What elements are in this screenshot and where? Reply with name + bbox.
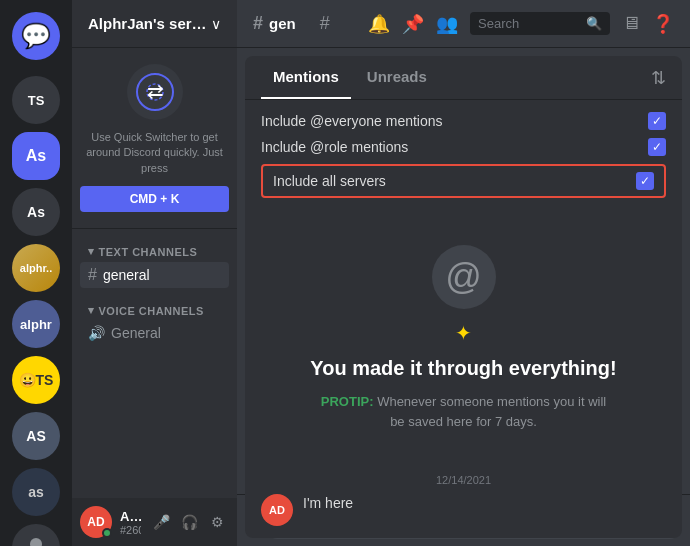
avatar: AD	[80, 506, 112, 538]
option-everyone: Include @everyone mentions ✓	[261, 112, 666, 130]
voice-channels-section: ▾ VOICE CHANNELS 🔊 General	[72, 288, 237, 345]
search-icon: 🔍	[586, 16, 602, 31]
search-placeholder: Search	[478, 16, 519, 31]
server-header[interactable]: AlphrJan's server ∨	[72, 0, 237, 48]
quick-switcher-button[interactable]: CMD + K	[80, 186, 229, 212]
channel-item-general[interactable]: # general	[80, 262, 229, 288]
server-icon-ts2[interactable]: 😀TS	[12, 356, 60, 404]
server-icon-as4[interactable]: as	[12, 468, 60, 516]
search-bar[interactable]: Search 🔍	[470, 12, 610, 35]
message-date: 12/14/2021	[261, 474, 666, 486]
username: AlphrDelle	[120, 509, 141, 524]
checkbox-role[interactable]: ✓	[648, 138, 666, 156]
server-icon-alphr1[interactable]: alphr..	[12, 244, 60, 292]
server-icon-alphr2[interactable]: alphr	[12, 300, 60, 348]
mic-icon[interactable]: 🎤	[149, 510, 173, 534]
topbar-channel: # gen	[253, 13, 296, 34]
svg-point-0	[30, 538, 42, 546]
message-text: I'm here	[303, 495, 353, 511]
pin-icon[interactable]: 📌	[402, 13, 424, 35]
message-content: I'm here	[303, 494, 666, 512]
at-icon-circle: @	[432, 245, 496, 309]
voice-channels-category[interactable]: ▾ VOICE CHANNELS	[80, 296, 229, 321]
option-all-servers: Include all servers ✓	[261, 164, 666, 198]
quick-switcher-text: Use Quick Switcher to get around Discord…	[80, 130, 229, 176]
user-panel: AD AlphrDelle #2604 🎤 🎧 ⚙	[72, 498, 237, 546]
mention-content: @ ✦ You made it through everything! PROT…	[245, 210, 682, 466]
server-icon-user[interactable]	[12, 524, 60, 546]
sort-icon[interactable]: ⇅	[651, 67, 666, 89]
server-icon-ts1[interactable]: TS	[12, 76, 60, 124]
server-icon-discord[interactable]: 💬	[12, 12, 60, 60]
help-icon[interactable]: ❓	[652, 13, 674, 35]
channel-item-voice-general[interactable]: 🔊 General	[80, 321, 229, 345]
user-tag: #2604	[120, 524, 141, 536]
protip-label: PROTIP:	[321, 394, 374, 409]
user-controls: 🎤 🎧 ⚙	[149, 510, 229, 534]
channel-sidebar: AlphrJan's server ∨ ⇄ Use Quick Switcher…	[72, 0, 237, 546]
option-role: Include @role mentions ✓	[261, 138, 666, 156]
mention-tabs: Mentions Unreads ⇅	[245, 56, 682, 100]
bell-icon[interactable]: 🔔	[368, 13, 390, 35]
server-icon-as1[interactable]: As	[12, 132, 60, 180]
tab-unreads[interactable]: Unreads	[355, 56, 439, 99]
at-icon: @	[445, 256, 482, 298]
members-icon[interactable]: 👥	[436, 13, 458, 35]
hash-prefix: #	[253, 13, 263, 34]
inbox-icon[interactable]: 🖥	[622, 13, 640, 34]
online-status-dot	[102, 528, 112, 538]
svg-text:⇄: ⇄	[146, 80, 163, 102]
collapse-icon: ▾	[88, 245, 95, 258]
text-channels-section: ▾ TEXT CHANNELS # general	[72, 229, 237, 288]
checkbox-all-servers[interactable]: ✓	[636, 172, 654, 190]
main-content: # gen # 🔔 📌 👥 Search 🔍 🖥 ❓ Mentions Unre…	[237, 0, 690, 546]
message-avatar: AD	[261, 494, 293, 526]
message-row: AD I'm here	[261, 494, 666, 526]
star-icon: ✦	[455, 321, 472, 345]
server-list: 💬 TS As As alphr.. alphr 😀TS AS as	[0, 0, 72, 546]
chevron-down-icon: ∨	[211, 16, 221, 32]
quick-switcher-icon: ⇄	[127, 64, 183, 120]
topbar: # gen # 🔔 📌 👥 Search 🔍 🖥 ❓	[237, 0, 690, 48]
speaker-icon: 🔊	[88, 325, 105, 341]
tab-mentions[interactable]: Mentions	[261, 56, 351, 99]
mention-title: You made it through everything!	[310, 357, 616, 380]
chat-area: Mentions Unreads ⇅ Include @everyone men…	[237, 48, 690, 546]
headphones-icon[interactable]: 🎧	[177, 510, 201, 534]
collapse-icon-voice: ▾	[88, 304, 95, 317]
protip-text: Whenever someone mentions you it will be…	[377, 394, 606, 429]
settings-icon[interactable]: ⚙	[205, 510, 229, 534]
server-icon-AS3[interactable]: AS	[12, 412, 60, 460]
mention-subtitle: PROTIP: Whenever someone mentions you it…	[314, 392, 614, 431]
topbar-icons: 🔔 📌 👥 Search 🔍 🖥 ❓	[368, 12, 674, 35]
text-channels-category[interactable]: ▾ TEXT CHANNELS	[80, 237, 229, 262]
quick-switcher-area: ⇄ Use Quick Switcher to get around Disco…	[72, 48, 237, 229]
server-icon-as2[interactable]: As	[12, 188, 60, 236]
mention-panel: Mentions Unreads ⇅ Include @everyone men…	[245, 56, 682, 538]
hash-icon: #	[88, 266, 97, 284]
checkbox-everyone[interactable]: ✓	[648, 112, 666, 130]
hash-icon-2: #	[320, 13, 330, 34]
server-name: AlphrJan's server	[88, 15, 211, 32]
user-info: AlphrDelle #2604	[120, 509, 141, 536]
topbar-channel-name: gen	[269, 15, 296, 32]
mention-options: Include @everyone mentions ✓ Include @ro…	[245, 100, 682, 210]
